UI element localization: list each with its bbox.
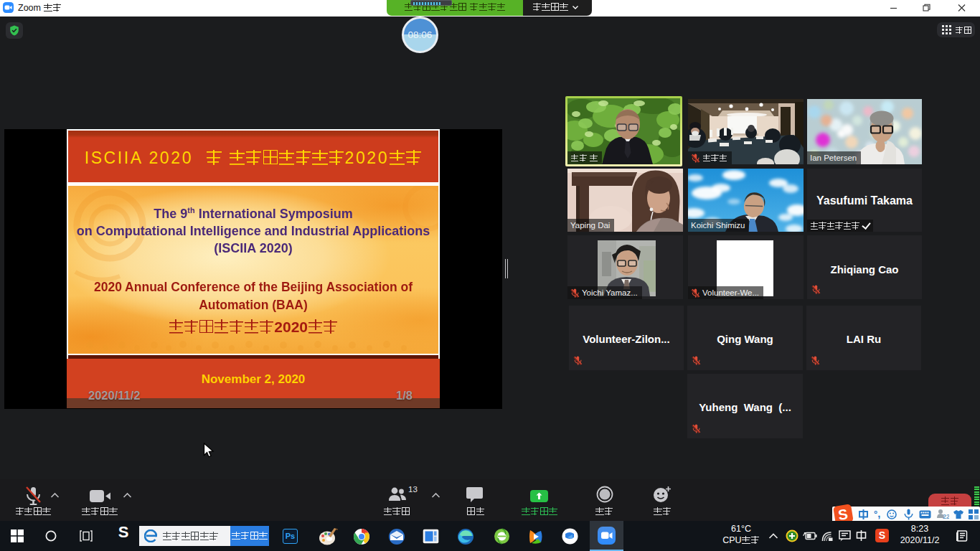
svg-text:22: 22: [943, 513, 949, 520]
